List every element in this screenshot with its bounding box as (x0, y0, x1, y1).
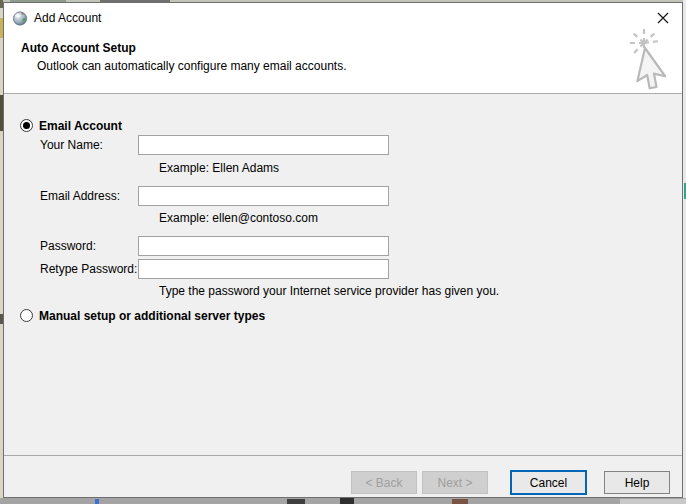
your-name-example-hint: Example: Ellen Adams (159, 161, 279, 175)
wizard-header: Auto Account Setup Outlook can automatic… (4, 34, 682, 94)
background-fragment (287, 499, 305, 504)
radio-button-icon (20, 309, 33, 322)
password-input[interactable] (138, 236, 389, 256)
radio-button-icon (20, 119, 33, 132)
background-fragment (452, 499, 468, 504)
background-fragment (620, 499, 686, 504)
email-account-radio-label: Email Account (39, 119, 122, 133)
footer-divider (4, 455, 682, 456)
cursor-starburst-icon (616, 27, 680, 99)
dialog-titlebar[interactable]: Add Account (4, 3, 682, 34)
wizard-header-subtitle: Outlook can automatically configure many… (37, 59, 347, 73)
password-hint: Type the password your Internet service … (159, 284, 499, 298)
back-button[interactable]: < Back (351, 471, 417, 494)
background-fragment (95, 499, 99, 504)
manual-setup-radio[interactable]: Manual setup or additional server types (20, 308, 265, 323)
email-address-input[interactable] (138, 186, 389, 206)
email-account-radio[interactable]: Email Account (20, 118, 122, 133)
your-name-input[interactable] (138, 135, 389, 155)
add-account-dialog: Add Account Auto Account Setup Outlook c… (3, 2, 683, 498)
password-label: Password: (40, 236, 96, 256)
your-name-label: Your Name: (40, 135, 103, 155)
manual-setup-radio-label: Manual setup or additional server types (39, 309, 265, 323)
retype-password-label: Retype Password: (40, 259, 137, 279)
cancel-button[interactable]: Cancel (510, 470, 587, 495)
email-address-example-hint: Example: ellen@contoso.com (159, 211, 318, 225)
dialog-title: Add Account (34, 3, 101, 34)
retype-password-input[interactable] (138, 259, 389, 279)
wizard-header-title: Auto Account Setup (21, 41, 136, 55)
email-address-label: Email Address: (40, 186, 120, 206)
close-icon (657, 12, 669, 24)
screen: Add Account Auto Account Setup Outlook c… (0, 0, 686, 504)
background-fragment (340, 498, 354, 504)
help-button[interactable]: Help (604, 471, 670, 494)
next-button[interactable]: Next > (422, 471, 488, 494)
outlook-account-icon (12, 10, 28, 26)
